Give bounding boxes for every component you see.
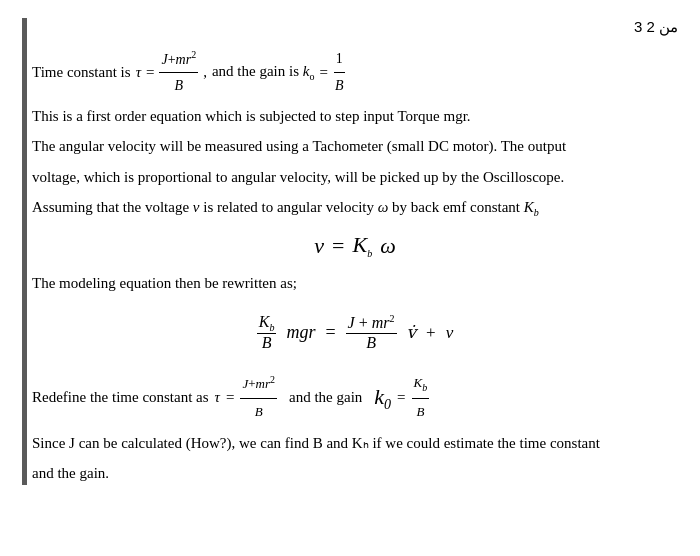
kb-num: Kb	[257, 313, 277, 334]
omega-center: ω	[380, 233, 396, 259]
redefine-num: J+mr2	[240, 370, 277, 398]
mgr-term: mgr	[286, 322, 315, 343]
time-constant-prefix: Time constant is	[32, 59, 131, 86]
page-header: 3 من 2	[32, 18, 678, 36]
line3c: by back emf constant	[392, 199, 520, 215]
redefine-den: B	[253, 399, 265, 425]
tau-numerator: J+mr2	[159, 46, 198, 73]
redefine-kb: Kb	[412, 370, 430, 399]
redefine-eq2: =	[397, 382, 405, 412]
v-term: v	[446, 323, 454, 343]
b-den: B	[260, 334, 274, 352]
last-line1: Since J can be calculated (How?), we can…	[32, 432, 678, 455]
kb-var: Kb	[524, 199, 539, 215]
last-line2: and the gain.	[32, 462, 678, 485]
line2b: voltage, which is proportional to angula…	[32, 166, 678, 189]
redefine-line: Redefine the time constant as τ = J+mr2 …	[32, 370, 678, 425]
gain-numerator: 1	[334, 46, 345, 72]
redefine-tau-frac: J+mr2 B	[240, 370, 277, 424]
line3: Assuming that the voltage v is related t…	[32, 196, 678, 221]
redefine-and: and the gain	[289, 382, 362, 412]
line1: This is a first order equation which is …	[32, 105, 678, 128]
redefine-eq: =	[226, 382, 234, 412]
gain-fraction: 1 B	[333, 46, 346, 97]
gain-denominator: B	[333, 73, 346, 98]
v-var: v	[193, 199, 203, 215]
redefine-kb-den: B	[414, 399, 426, 425]
left-border	[22, 18, 27, 485]
page-number: 3 من 2	[634, 18, 678, 35]
k0-symbol: k0	[374, 375, 391, 419]
kb-b-frac2: Kb B	[412, 370, 430, 425]
center-equation: v = Kb ω	[32, 232, 678, 259]
line3a: Assuming that the voltage	[32, 199, 189, 215]
comma: ,	[203, 59, 207, 86]
jmr2-num: J + mr2	[346, 313, 397, 333]
big-equation: Kb B mgr = J + mr2 B v̇ + v	[32, 313, 678, 352]
line3b: is related to angular velocity	[203, 199, 374, 215]
plus-sign: +	[426, 323, 436, 343]
time-constant-line: Time constant is τ = J+mr2 B , and the g…	[32, 46, 678, 98]
equals-sign: =	[146, 59, 154, 86]
omega-var: ω	[378, 199, 392, 215]
kb-b-frac: Kb B	[257, 313, 277, 352]
modeling-line: The modeling equation then be rewritten …	[32, 272, 678, 295]
equals-sign2: =	[319, 59, 327, 86]
b-den2: B	[364, 334, 378, 352]
jmr2-b-frac: J + mr2 B	[346, 313, 397, 351]
v-center: v	[314, 233, 324, 259]
tau-fraction: J+mr2 B	[159, 46, 198, 98]
redefine-prefix: Redefine the time constant as	[32, 382, 209, 412]
vdot-term: v̇	[407, 322, 417, 343]
tau-denominator: B	[173, 73, 186, 98]
and-gain-text: and the gain is ko	[212, 58, 315, 86]
line2a: The angular velocity will be measured us…	[32, 135, 678, 158]
tau-symbol: τ	[136, 59, 141, 86]
eq-center: =	[332, 233, 344, 259]
kb-center: Kb	[352, 232, 372, 259]
redefine-tau: τ	[215, 382, 220, 412]
big-eq-sign: =	[325, 322, 335, 343]
